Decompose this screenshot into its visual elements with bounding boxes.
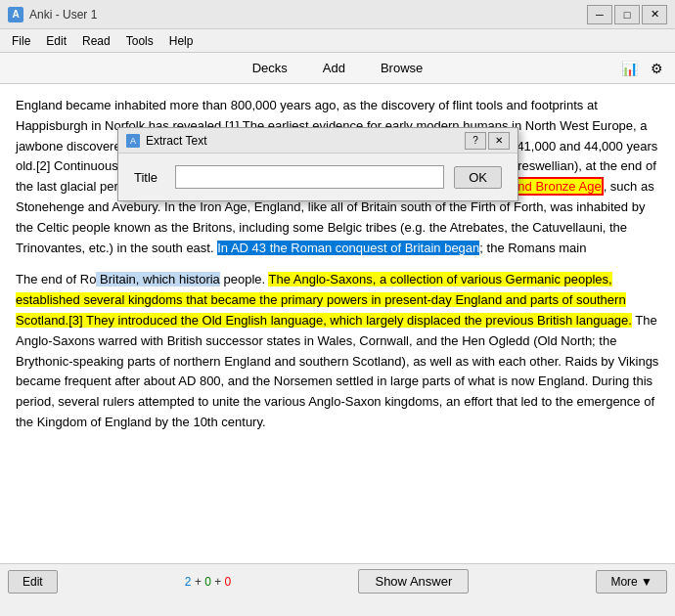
text-anglosaxon-wars: The Anglo-Saxons warred with British suc… <box>16 313 658 429</box>
counter-sep2: + <box>214 575 224 589</box>
menu-tools[interactable]: Tools <box>118 32 161 50</box>
text-roman-end-start: The end of Ro <box>16 272 96 286</box>
modal-title: Extract Text <box>146 134 465 148</box>
minimize-button[interactable]: ─ <box>587 5 612 24</box>
menu-file[interactable]: File <box>4 32 38 50</box>
app-icon: A <box>8 7 23 22</box>
show-answer-button[interactable]: Show Answer <box>358 569 469 594</box>
modal-controls: ? ✕ <box>465 132 510 150</box>
window-title: Anki - User 1 <box>29 8 587 22</box>
modal-title-bar: A Extract Text ? ✕ <box>118 128 518 154</box>
nav-decks[interactable]: Decks <box>245 57 295 79</box>
top-nav: Decks Add Browse 📊 ⚙ <box>0 53 675 84</box>
sync-icon[interactable]: ⚙ <box>646 58 667 79</box>
counter-review: 0 <box>204 575 211 589</box>
bottom-bar: Edit 2 + 0 + 0 Show Answer More ▼ <box>0 563 675 598</box>
menu-edit[interactable]: Edit <box>38 32 74 50</box>
paragraph-2: The end of Ro Britain, which historia pe… <box>16 270 659 432</box>
modal-app-icon: A <box>126 134 140 148</box>
stats-icon[interactable]: 📊 <box>618 58 640 79</box>
ok-button[interactable]: OK <box>454 166 502 189</box>
modal-body: Title OK <box>118 154 518 200</box>
modal-help-button[interactable]: ? <box>465 132 486 150</box>
menu-bar: File Edit Read Tools Help <box>0 29 675 53</box>
nav-browse[interactable]: Browse <box>373 57 430 79</box>
title-bar: A Anki - User 1 ─ □ ✕ <box>0 0 675 29</box>
maximize-button[interactable]: □ <box>614 5 640 24</box>
counter-due: 0 <box>225 575 232 589</box>
counter-new: 2 <box>185 575 192 589</box>
highlight-roman-conquest: In AD 43 the Roman conquest of Britain b… <box>217 241 479 255</box>
more-button[interactable]: More ▼ <box>596 570 667 594</box>
title-label: Title <box>134 170 165 185</box>
window-controls: ─ □ ✕ <box>587 5 667 24</box>
close-button[interactable]: ✕ <box>642 5 667 24</box>
counter-sep1: + <box>195 575 204 589</box>
card-counter: 2 + 0 + 0 <box>185 575 231 589</box>
extract-text-dialog[interactable]: A Extract Text ? ✕ Title OK <box>117 127 518 201</box>
edit-button[interactable]: Edit <box>8 570 58 594</box>
nav-add[interactable]: Add <box>315 57 353 79</box>
text-romans-main: ; the Romans main <box>479 241 586 255</box>
menu-read[interactable]: Read <box>74 32 118 50</box>
modal-title-row: Title OK <box>134 165 502 189</box>
title-input[interactable] <box>175 165 444 189</box>
modal-close-button[interactable]: ✕ <box>488 132 510 150</box>
menu-help[interactable]: Help <box>161 32 202 50</box>
